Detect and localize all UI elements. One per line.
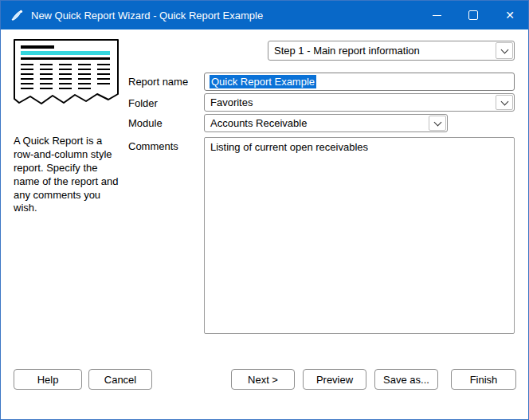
report-name-input[interactable]: Quick Report Example — [204, 73, 515, 91]
wizard-description: A Quick Report is a row-and-column style… — [14, 135, 123, 215]
title-bar[interactable]: New Quick Report Wizard - Quick Report E… — [1, 1, 528, 29]
window-title: New Quick Report Wizard - Quick Report E… — [31, 10, 263, 22]
next-button[interactable]: Next > — [231, 369, 295, 390]
folder-select[interactable]: Favorites — [204, 93, 515, 112]
folder-label: Folder — [128, 97, 158, 109]
comments-textarea[interactable]: Listing of current open receivables — [204, 137, 515, 334]
report-page-icon — [12, 37, 123, 112]
folder-dropdown-button[interactable] — [496, 95, 513, 110]
step-selector-value: Step 1 - Main report information — [274, 45, 420, 57]
minimize-button[interactable] — [418, 1, 455, 29]
report-name-label: Report name — [128, 76, 188, 88]
close-button[interactable]: ✕ — [492, 1, 528, 29]
step-selector[interactable]: Step 1 - Main report information — [268, 41, 515, 61]
module-dropdown-button[interactable] — [429, 116, 446, 131]
folder-value: Favorites — [210, 96, 253, 108]
chevron-down-icon — [500, 97, 508, 105]
finish-button[interactable]: Finish — [451, 369, 516, 390]
chevron-down-icon — [433, 118, 441, 126]
report-name-value: Quick Report Example — [210, 75, 316, 88]
wizard-window: New Quick Report Wizard - Quick Report E… — [0, 0, 529, 420]
cancel-button[interactable]: Cancel — [88, 369, 152, 390]
comments-label: Comments — [128, 140, 178, 152]
help-button[interactable]: Help — [14, 369, 82, 390]
module-value: Accounts Receivable — [210, 117, 307, 129]
save-as-button[interactable]: Save as... — [374, 369, 438, 390]
module-select[interactable]: Accounts Receivable — [204, 114, 448, 132]
module-label: Module — [128, 117, 163, 129]
maximize-icon — [468, 10, 478, 20]
close-icon: ✕ — [505, 10, 515, 21]
preview-button[interactable]: Preview — [303, 369, 366, 390]
maximize-button[interactable] — [455, 1, 492, 29]
wizard-app-icon — [10, 9, 24, 22]
chevron-down-icon — [500, 45, 508, 53]
step-dropdown-button[interactable] — [496, 42, 513, 59]
minimize-icon — [433, 15, 441, 16]
